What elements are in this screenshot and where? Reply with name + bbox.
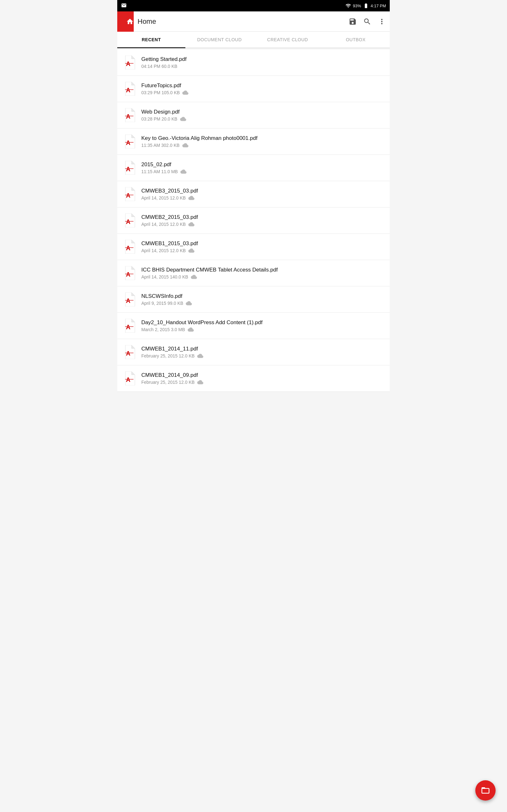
file-meta: April 9, 2015 99.0 KB <box>141 301 385 306</box>
file-timestamp-size: 11:15 AM 11.0 MB <box>141 169 178 174</box>
file-meta: March 2, 2015 3.0 MB <box>141 327 385 332</box>
file-info: Day2_10_Handout WordPress Add Content (1… <box>141 319 385 332</box>
home-menu-button[interactable] <box>117 11 134 32</box>
file-name: NLSCWSInfo.pdf <box>141 293 385 299</box>
file-name: CMWEB3_2015_03.pdf <box>141 188 385 194</box>
svg-text:A: A <box>126 323 130 331</box>
tab-creative-cloud[interactable]: CREATIVE CLOUD <box>253 32 322 48</box>
pdf-icon: A <box>122 134 136 149</box>
svg-text:A: A <box>126 350 130 357</box>
hamburger-icon <box>117 19 124 24</box>
file-name: ICC BHIS Department CMWEB Tablet Access … <box>141 267 385 273</box>
file-meta: February 25, 2015 12.0 KB <box>141 380 385 385</box>
file-info: CMWEB2_2015_03.pdf April 14, 2015 12.0 K… <box>141 214 385 227</box>
list-item[interactable]: A CMWEB2_2015_03.pdf April 14, 2015 12.0… <box>117 207 390 234</box>
app-title: Home <box>137 17 345 26</box>
cloud-sync-icon <box>180 116 186 121</box>
svg-text:A: A <box>126 245 130 252</box>
time-display: 4:17 PM <box>371 3 386 8</box>
file-meta: 11:35 AM 302.0 KB <box>141 143 385 148</box>
file-meta: April 14, 2015 12.0 KB <box>141 248 385 253</box>
app-bar-actions <box>349 17 386 26</box>
file-meta: April 14, 2015 140.0 KB <box>141 274 385 280</box>
list-item[interactable]: A Key to Geo.-Victoria Alig Rohman photo… <box>117 129 390 155</box>
svg-text:A: A <box>126 165 130 172</box>
notification-icon <box>121 3 127 9</box>
status-icons: 93% 4:17 PM <box>345 3 386 9</box>
file-timestamp-size: February 25, 2015 12.0 KB <box>141 353 194 358</box>
file-info: NLSCWSInfo.pdf April 9, 2015 99.0 KB <box>141 293 385 306</box>
file-name: Web Design.pdf <box>141 109 385 115</box>
list-item[interactable]: A Getting Started.pdf 04:14 PM 60.0 KB <box>117 49 390 76</box>
pdf-icon: A <box>122 344 136 360</box>
file-meta: April 14, 2015 12.0 KB <box>141 222 385 227</box>
file-name: Day2_10_Handout WordPress Add Content (1… <box>141 319 385 326</box>
cloud-sync-icon <box>180 169 187 174</box>
svg-text:A: A <box>126 271 130 278</box>
list-item[interactable]: A Day2_10_Handout WordPress Add Content … <box>117 313 390 339</box>
file-name: CMWEB1_2014_11.pdf <box>141 346 385 352</box>
svg-text:A: A <box>126 376 130 383</box>
pdf-icon: A <box>122 186 136 202</box>
cloud-sync-icon <box>182 143 188 148</box>
file-timestamp-size: February 25, 2015 12.0 KB <box>141 380 194 385</box>
list-item[interactable]: A 2015_02.pdf 11:15 AM 11.0 MB <box>117 155 390 181</box>
home-icon <box>126 17 134 26</box>
cloud-sync-icon <box>197 353 204 358</box>
file-meta: 04:14 PM 60.0 KB <box>141 64 385 69</box>
file-timestamp-size: 03:28 PM 20.0 KB <box>141 116 177 121</box>
pdf-icon: A <box>122 239 136 255</box>
file-list: A Getting Started.pdf 04:14 PM 60.0 KB <box>117 49 390 392</box>
file-timestamp-size: April 14, 2015 12.0 KB <box>141 248 186 253</box>
pdf-icon: A <box>122 265 136 281</box>
file-timestamp-size: April 14, 2015 140.0 KB <box>141 274 188 280</box>
app-bar: Home <box>117 11 390 32</box>
cloud-sync-icon <box>191 274 197 280</box>
cloud-sync-icon <box>188 248 194 253</box>
pdf-icon: A <box>122 318 136 334</box>
cloud-sync-icon <box>197 380 204 385</box>
file-info: CMWEB1_2015_03.pdf April 14, 2015 12.0 K… <box>141 241 385 253</box>
list-item[interactable]: A Web Design.pdf 03:28 PM 20.0 KB <box>117 102 390 129</box>
battery-text: 93% <box>353 3 361 8</box>
file-info: FutureTopics.pdf 03:29 PM 105.0 KB <box>141 83 385 95</box>
file-timestamp-size: 11:35 AM 302.0 KB <box>141 143 180 148</box>
list-item[interactable]: A CMWEB1_2014_11.pdf February 25, 2015 1… <box>117 339 390 365</box>
file-timestamp-size: April 14, 2015 12.0 KB <box>141 222 186 227</box>
file-timestamp-size: 03:29 PM 105.0 KB <box>141 90 180 95</box>
list-item[interactable]: A CMWEB1_2015_03.pdf April 14, 2015 12.0… <box>117 234 390 260</box>
search-button[interactable] <box>363 17 372 26</box>
svg-text:A: A <box>126 192 130 199</box>
pdf-icon: A <box>122 55 136 70</box>
file-meta: April 14, 2015 12.0 KB <box>141 195 385 200</box>
cloud-sync-icon <box>186 301 192 306</box>
file-timestamp-size: March 2, 2015 3.0 MB <box>141 327 185 332</box>
file-name: FutureTopics.pdf <box>141 83 385 89</box>
file-meta: 11:15 AM 11.0 MB <box>141 169 385 174</box>
tab-recent[interactable]: RECENT <box>117 32 185 48</box>
list-item[interactable]: A FutureTopics.pdf 03:29 PM 105.0 KB <box>117 76 390 102</box>
tab-outbox[interactable]: OUTBOX <box>322 32 390 48</box>
battery-icon <box>363 3 369 9</box>
svg-text:A: A <box>126 218 130 225</box>
file-info: Getting Started.pdf 04:14 PM 60.0 KB <box>141 56 385 69</box>
file-timestamp-size: 04:14 PM 60.0 KB <box>141 64 177 69</box>
pdf-icon: A <box>122 81 136 97</box>
file-info: CMWEB3_2015_03.pdf April 14, 2015 12.0 K… <box>141 188 385 200</box>
svg-text:A: A <box>126 139 130 146</box>
file-info: Key to Geo.-Victoria Alig Rohman photo00… <box>141 135 385 148</box>
status-bar: 93% 4:17 PM <box>117 0 390 11</box>
save-button[interactable] <box>349 17 357 26</box>
file-meta: February 25, 2015 12.0 KB <box>141 353 385 358</box>
list-item[interactable]: A CMWEB1_2014_09.pdf February 25, 2015 1… <box>117 365 390 392</box>
list-item[interactable]: A NLSCWSInfo.pdf April 9, 2015 99.0 KB <box>117 287 390 313</box>
cloud-sync-icon <box>188 195 194 200</box>
more-options-button[interactable] <box>378 17 386 26</box>
list-item[interactable]: A CMWEB3_2015_03.pdf April 14, 2015 12.0… <box>117 181 390 207</box>
pdf-icon: A <box>122 370 136 386</box>
tab-document-cloud[interactable]: DOCUMENT CLOUD <box>185 32 253 48</box>
list-item[interactable]: A ICC BHIS Department CMWEB Tablet Acces… <box>117 260 390 287</box>
file-name: CMWEB2_2015_03.pdf <box>141 214 385 220</box>
svg-text:A: A <box>126 113 130 120</box>
file-name: 2015_02.pdf <box>141 161 385 168</box>
